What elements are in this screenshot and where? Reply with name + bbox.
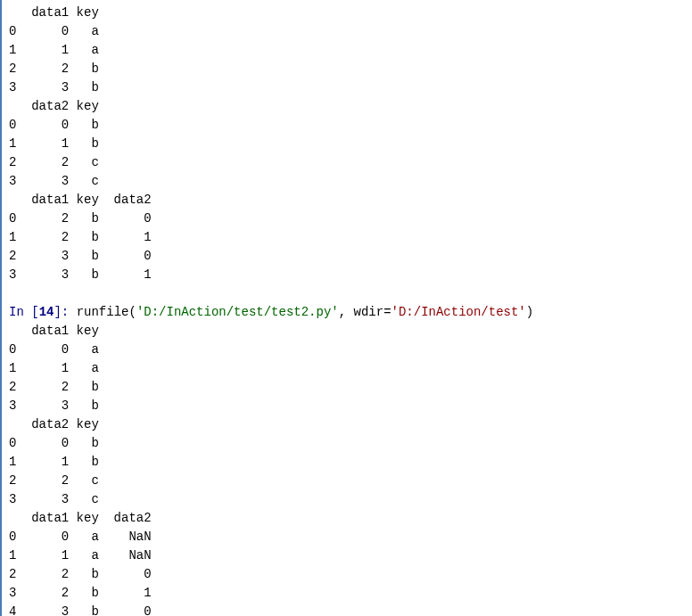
merged-row: 4 3 b 0 (9, 604, 152, 616)
df2-header-1: data2 key (9, 99, 99, 113)
df2-row: 0 0 b (9, 436, 99, 450)
df2-row: 2 2 c (9, 155, 99, 169)
df1-row: 0 0 a (9, 342, 99, 357)
df1-header-2: data1 key (9, 324, 99, 338)
merged-row: 0 0 a NaN (9, 530, 152, 544)
df2-row: 0 0 b (9, 118, 99, 132)
console-output-block-1: data1 key 0 0 a 1 1 a 2 2 b 3 3 b data2 … (9, 4, 692, 284)
df2-row: 1 1 b (9, 136, 99, 151)
merged-header-1: data1 key data2 (9, 193, 152, 207)
in-number: 14 (39, 305, 54, 319)
arg2-string: 'D:/InAction/test' (391, 305, 526, 319)
df1-header-1: data1 key (9, 5, 99, 20)
df2-row: 3 3 c (9, 174, 99, 188)
func-name: runfile (77, 305, 129, 319)
df1-row: 0 0 a (9, 24, 99, 38)
df1-row: 2 2 b (9, 62, 99, 76)
merged-header-2: data1 key data2 (9, 511, 152, 525)
arg1-string: 'D:/InAction/test/test2.py' (136, 305, 339, 319)
console-output-block-2: data1 key 0 0 a 1 1 a 2 2 b 3 3 b data2 … (9, 322, 692, 616)
merged-row: 3 3 b 1 (9, 267, 152, 282)
df2-row: 1 1 b (9, 455, 99, 469)
in-label: In (9, 305, 31, 319)
df1-row: 1 1 a (9, 43, 99, 57)
df2-row: 3 3 c (9, 492, 99, 506)
df2-header-2: data2 key (9, 417, 99, 431)
df1-row: 1 1 a (9, 361, 99, 375)
df2-row: 2 2 c (9, 473, 99, 488)
df1-row: 3 3 b (9, 398, 99, 413)
merged-row: 2 2 b 0 (9, 567, 152, 581)
df1-row: 2 2 b (9, 380, 99, 394)
merged-row: 3 2 b 1 (9, 586, 152, 600)
merged-row: 1 1 a NaN (9, 548, 152, 563)
df1-row: 3 3 b (9, 80, 99, 94)
input-prompt-line[interactable]: In [14]: runfile('D:/InAction/test/test2… (9, 303, 692, 322)
merged-row: 1 2 b 1 (9, 230, 152, 244)
merged-row: 0 2 b 0 (9, 211, 152, 226)
merged-row: 2 3 b 0 (9, 249, 152, 263)
kwarg-name: wdir (354, 305, 384, 319)
